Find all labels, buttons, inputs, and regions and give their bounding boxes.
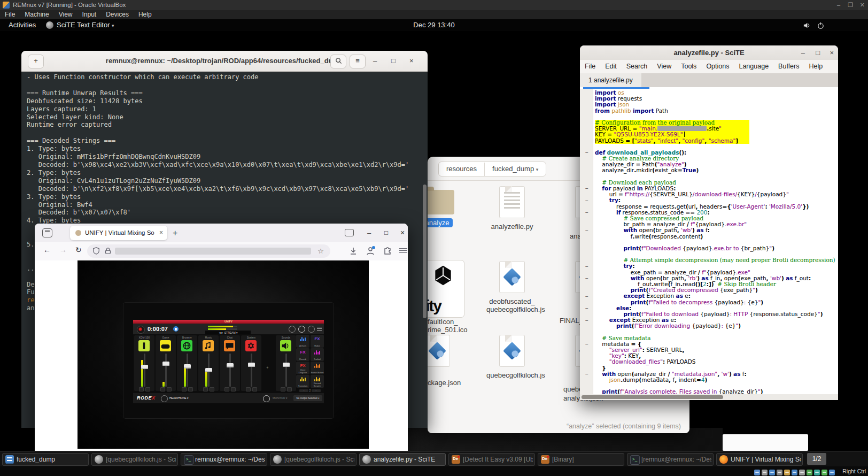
breadcrumb-resources[interactable]: resources: [439, 163, 484, 175]
fader-track[interactable]: [187, 354, 188, 387]
forward-icon[interactable]: →: [59, 245, 67, 254]
close-icon[interactable]: ×: [830, 47, 834, 59]
breadcrumb-fucked-dump[interactable]: fucked_dump ▾: [484, 163, 546, 176]
clock[interactable]: Dec 29 13:40: [0, 19, 868, 31]
fold-marker-icon[interactable]: −: [585, 371, 591, 377]
maximize-icon[interactable]: □: [816, 47, 820, 59]
headset-icon[interactable]: [298, 326, 305, 333]
minimize-icon[interactable]: –: [373, 55, 377, 67]
monitor-output-select[interactable]: MONITOR ▾: [273, 393, 287, 403]
taskbar-button[interactable]: De[Binary]: [538, 453, 624, 466]
active-tab[interactable]: UNIFY | Virtual Mixing So ×: [70, 226, 167, 240]
fader-handle[interactable]: [205, 368, 212, 372]
channel-link-icon[interactable]: [182, 387, 187, 391]
taskbar-button[interactable]: De[Detect It Easy v3.09 [Ub...: [448, 453, 535, 466]
fx-pad-transition[interactable]: Transition: [296, 375, 309, 388]
fader-handle[interactable]: [184, 364, 191, 368]
fx-pad-swear-button[interactable]: Swear Button: [311, 362, 324, 374]
channel-gear-icon[interactable]: [245, 340, 257, 351]
channel-mute-icon[interactable]: [210, 387, 214, 391]
channel-bar-icon[interactable]: [138, 340, 150, 351]
fx-pad-airhorn[interactable]: Airhorn: [296, 335, 309, 348]
fold-marker-icon[interactable]: −: [585, 198, 591, 204]
fold-marker-icon[interactable]: −: [585, 294, 591, 300]
fader-track[interactable]: [165, 354, 167, 387]
optical-disk-icon[interactable]: [762, 470, 768, 475]
recording-icon[interactable]: [807, 470, 812, 475]
file-item[interactable]: quebecgolfkiloch.js: [486, 335, 538, 379]
scite-menu-tools[interactable]: Tools: [676, 60, 701, 73]
menu-icon[interactable]: ≡: [350, 55, 366, 68]
fader-handle[interactable]: [227, 363, 234, 367]
channel-strip-system[interactable]: System: [241, 335, 261, 391]
extensions-puzzle-icon[interactable]: [382, 245, 393, 256]
fader-track[interactable]: [251, 354, 252, 387]
usb-icon[interactable]: [784, 470, 790, 475]
fold-marker-icon[interactable]: −: [585, 341, 591, 347]
fx-page-prev-icon[interactable]: ‹: [299, 389, 308, 392]
scite-menu-edit[interactable]: Edit: [600, 60, 622, 73]
channel-mute-icon[interactable]: [188, 387, 193, 391]
breadcrumb[interactable]: resources fucked_dump ▾: [438, 162, 546, 176]
reload-icon[interactable]: ↻: [75, 245, 82, 254]
network-icon[interactable]: [777, 470, 782, 475]
minimize-icon[interactable]: –: [367, 226, 371, 240]
fader-handle[interactable]: [141, 365, 148, 369]
fold-marker-icon[interactable]: −: [585, 228, 591, 234]
tab-overview-icon[interactable]: [42, 228, 52, 237]
back-icon[interactable]: ←: [43, 245, 51, 254]
channel-note-icon[interactable]: [203, 340, 214, 351]
channel-speaker-icon[interactable]: [280, 340, 291, 351]
channel-link-icon[interactable]: [160, 387, 165, 391]
shared-folder-icon[interactable]: [792, 470, 797, 475]
minimize-icon[interactable]: –: [837, 0, 840, 10]
close-icon[interactable]: ✕: [860, 0, 865, 10]
channel-link-icon[interactable]: [281, 387, 285, 391]
account-icon[interactable]: [365, 245, 376, 256]
channel-link-icon[interactable]: [224, 387, 229, 391]
fold-marker-icon[interactable]: −: [585, 186, 591, 191]
add-channel-icon[interactable]: +: [266, 365, 269, 370]
mixer-settings-icon[interactable]: [308, 326, 315, 333]
scite-menu-search[interactable]: Search: [622, 60, 653, 73]
tab-list-icon[interactable]: [345, 229, 354, 236]
hard-disk-icon[interactable]: [754, 470, 760, 475]
scite-menu-options[interactable]: Options: [701, 60, 734, 73]
fold-marker-icon[interactable]: −: [585, 305, 591, 311]
power-icon[interactable]: [817, 21, 825, 29]
maximize-icon[interactable]: ❐: [848, 0, 853, 10]
channel-mute-icon[interactable]: [145, 387, 150, 391]
search-icon[interactable]: [330, 55, 346, 68]
vbox-menu-devices[interactable]: Devices: [101, 10, 134, 19]
maximize-icon[interactable]: □: [384, 226, 388, 240]
minimize-icon[interactable]: –: [801, 47, 805, 59]
channel-link-icon[interactable]: [203, 387, 208, 391]
scite-menu-buffers[interactable]: Buffers: [773, 60, 804, 73]
fold-marker-icon[interactable]: −: [585, 318, 591, 324]
file-item[interactable]: analyzefile.py: [486, 186, 538, 231]
channel-strip-chat[interactable]: Chat: [220, 335, 240, 391]
fader-handle[interactable]: [162, 362, 169, 366]
channel-strip-browser[interactable]: Browser: [177, 335, 197, 391]
taskbar-button[interactable]: fucked_dump: [2, 453, 89, 466]
scite-menu-language[interactable]: Language: [734, 60, 773, 73]
channel-mute-icon[interactable]: [287, 387, 292, 391]
vbox-menu-machine[interactable]: Machine: [20, 10, 53, 19]
audio-icon[interactable]: [769, 470, 775, 475]
vbox-menu-help[interactable]: Help: [134, 10, 157, 19]
vbox-menu-input[interactable]: Input: [78, 10, 102, 19]
fader-handle[interactable]: [283, 363, 290, 367]
mouse-integration-icon[interactable]: [829, 470, 835, 475]
scite-menu-help[interactable]: Help: [804, 60, 827, 73]
channel-mute-icon[interactable]: [252, 387, 257, 391]
taskbar-button[interactable]: >_[remnux@remnux: ~/Des...: [627, 453, 714, 466]
fold-margin[interactable]: −−−−−−−−−−−−: [580, 89, 593, 394]
fold-marker-icon[interactable]: −: [585, 275, 591, 281]
channel-strip-game[interactable]: Game: [156, 335, 176, 391]
lock-icon[interactable]: [104, 247, 112, 255]
taskbar-button[interactable]: UNIFY | Virtual Mixing So...: [716, 453, 803, 466]
bookmark-star-icon[interactable]: ☆: [317, 244, 324, 258]
fader-handle[interactable]: [248, 363, 255, 367]
fader-track[interactable]: [229, 354, 231, 387]
workspace-pager[interactable]: 1/2: [807, 453, 826, 465]
